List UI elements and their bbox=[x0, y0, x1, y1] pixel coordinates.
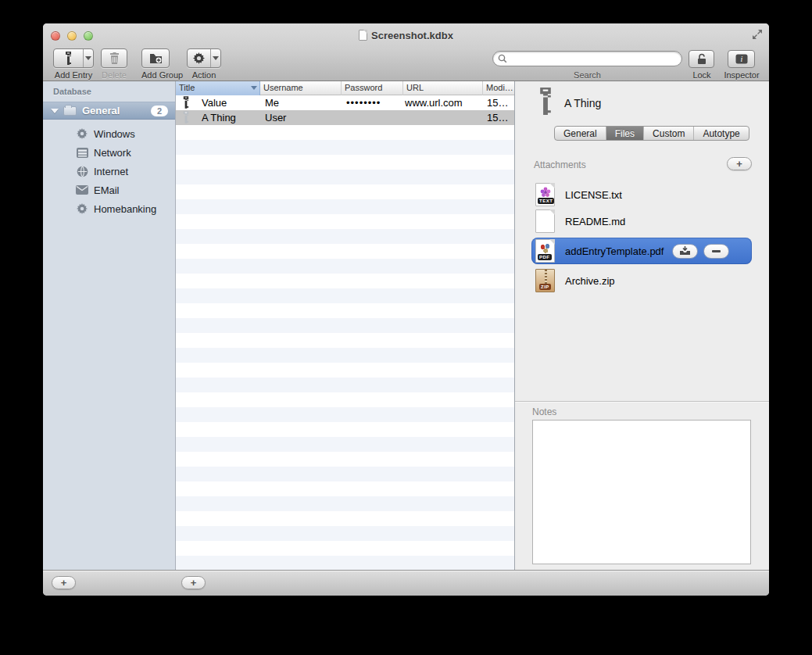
cell-url bbox=[405, 110, 481, 125]
disclosure-triangle-icon[interactable] bbox=[51, 109, 59, 113]
sidebar: Database General 2 Windows N bbox=[43, 81, 176, 570]
add-group-bottom-button[interactable]: + bbox=[52, 576, 76, 589]
zip-file-icon: ZIP bbox=[535, 269, 555, 292]
window-title: Screenshot.kdbx bbox=[43, 30, 769, 41]
search-field[interactable] bbox=[492, 51, 682, 66]
cell-modified: 15… bbox=[487, 95, 513, 110]
minus-icon bbox=[712, 250, 721, 252]
key-icon bbox=[182, 111, 190, 123]
delete-button[interactable] bbox=[101, 48, 127, 68]
add-entry-dropdown[interactable] bbox=[83, 49, 93, 67]
add-attachment-button[interactable]: + bbox=[727, 157, 752, 170]
main-content: Database General 2 Windows N bbox=[43, 81, 769, 570]
document-file-icon bbox=[535, 209, 555, 233]
tab-general[interactable]: General bbox=[555, 127, 606, 140]
cell-username: User bbox=[265, 110, 339, 125]
cell-password bbox=[346, 110, 401, 125]
pdf-art bbox=[539, 243, 551, 253]
delete-group: Delete bbox=[101, 48, 127, 80]
add-group-button[interactable] bbox=[141, 48, 170, 68]
export-attachment-button[interactable] bbox=[672, 244, 698, 259]
tab-files[interactable]: Files bbox=[606, 127, 644, 140]
sidebar-item-homebanking[interactable]: Homebanking bbox=[43, 199, 175, 218]
bottom-bar: + + bbox=[43, 570, 769, 596]
lock-open-icon bbox=[696, 53, 706, 65]
add-entry-bottom-button[interactable]: + bbox=[181, 576, 206, 589]
tab-custom[interactable]: Custom bbox=[644, 127, 694, 140]
server-icon bbox=[76, 146, 88, 159]
attachment-readme[interactable]: README.md bbox=[531, 208, 752, 234]
group-label: General bbox=[82, 105, 120, 116]
sidebar-item-internet[interactable]: Internet bbox=[43, 162, 175, 181]
fullscreen-icon[interactable] bbox=[752, 29, 763, 40]
column-header-password[interactable]: Password bbox=[342, 81, 403, 95]
chevron-down-icon bbox=[85, 56, 91, 60]
attachment-license[interactable]: TEXT LICENSE.txt bbox=[531, 181, 752, 208]
sidebar-section-header: Database bbox=[53, 87, 91, 96]
key-icon bbox=[54, 52, 83, 65]
add-entry-label: Add Entry bbox=[53, 70, 94, 80]
sidebar-item-email[interactable]: EMail bbox=[43, 181, 175, 199]
entry-title: A Thing bbox=[564, 97, 601, 109]
remove-attachment-button[interactable] bbox=[703, 244, 729, 259]
chevron-down-icon bbox=[213, 56, 219, 60]
lock-button[interactable] bbox=[689, 50, 714, 68]
pdf-file-icon: PDF bbox=[535, 239, 555, 263]
action-label: Action bbox=[187, 70, 221, 80]
table-header: Title Username Password URL Modi… bbox=[176, 81, 514, 95]
folder-icon bbox=[63, 106, 77, 116]
inspector-panel: A Thing General Files Custom Autotype At… bbox=[515, 81, 769, 570]
attachment-name: Archive.zip bbox=[565, 275, 615, 287]
mail-icon bbox=[76, 184, 88, 196]
add-entry-group: Add Entry bbox=[53, 48, 94, 80]
inspector-button[interactable]: i bbox=[728, 50, 755, 68]
add-group-label: Add Group bbox=[141, 70, 183, 80]
sidebar-item-label: Network bbox=[94, 147, 131, 159]
action-dropdown[interactable] bbox=[210, 49, 220, 67]
cell-url: www.url.com bbox=[405, 95, 481, 110]
column-header-username[interactable]: Username bbox=[260, 81, 342, 95]
gear-icon bbox=[188, 52, 210, 64]
action-button[interactable] bbox=[187, 48, 221, 68]
trash-icon bbox=[102, 52, 127, 64]
notes-input[interactable] bbox=[532, 420, 751, 564]
info-icon: i bbox=[735, 54, 748, 64]
document-icon bbox=[359, 30, 367, 41]
window-chrome: Screenshot.kdbx Add Entry Delete bbox=[43, 23, 769, 81]
sidebar-item-windows[interactable]: Windows bbox=[43, 124, 175, 143]
sidebar-item-network[interactable]: Network bbox=[43, 143, 175, 162]
table-row-a-thing[interactable]: A Thing User 15… bbox=[176, 110, 514, 125]
table-row-value[interactable]: Value Me •••••••• www.url.com 15… bbox=[176, 95, 514, 110]
sidebar-item-label: EMail bbox=[94, 184, 120, 196]
action-group: Action bbox=[187, 48, 221, 80]
group-count-badge: 2 bbox=[151, 106, 168, 116]
attachment-archive[interactable]: ZIP Archive.zip bbox=[531, 267, 752, 294]
add-group-group: Add Group bbox=[141, 48, 183, 80]
sidebar-group-general[interactable]: General 2 bbox=[43, 102, 175, 120]
entry-table: Title Username Password URL Modi… Value … bbox=[176, 81, 514, 570]
sidebar-item-label: Internet bbox=[94, 166, 128, 177]
app-window: Screenshot.kdbx Add Entry Delete bbox=[43, 23, 769, 596]
attachment-pdf-selected[interactable]: PDF addEntryTemplate.pdf bbox=[531, 238, 752, 264]
cell-title: Value bbox=[202, 95, 260, 110]
inspector-tabs: General Files Custom Autotype bbox=[554, 126, 749, 141]
column-header-modified[interactable]: Modi… bbox=[483, 81, 514, 95]
notes-label: Notes bbox=[532, 406, 556, 417]
gear-icon bbox=[76, 127, 88, 140]
search-label: Search bbox=[492, 70, 682, 80]
save-tray-icon bbox=[679, 246, 691, 256]
cell-password: •••••••• bbox=[346, 95, 401, 110]
column-header-title[interactable]: Title bbox=[176, 81, 260, 95]
globe-icon bbox=[76, 165, 88, 177]
key-icon bbox=[182, 96, 190, 109]
tab-autotype[interactable]: Autotype bbox=[694, 127, 748, 140]
svg-text:i: i bbox=[740, 55, 742, 63]
search-icon bbox=[498, 54, 507, 63]
attachment-name: addEntryTemplate.pdf bbox=[565, 245, 664, 257]
text-file-icon: TEXT bbox=[535, 183, 555, 206]
sidebar-item-label: Windows bbox=[94, 128, 135, 140]
table-body: Value Me •••••••• www.url.com 15… A Thin… bbox=[176, 95, 514, 570]
sidebar-item-label: Homebanking bbox=[94, 203, 156, 215]
add-entry-button[interactable] bbox=[53, 48, 94, 68]
column-header-url[interactable]: URL bbox=[403, 81, 483, 95]
